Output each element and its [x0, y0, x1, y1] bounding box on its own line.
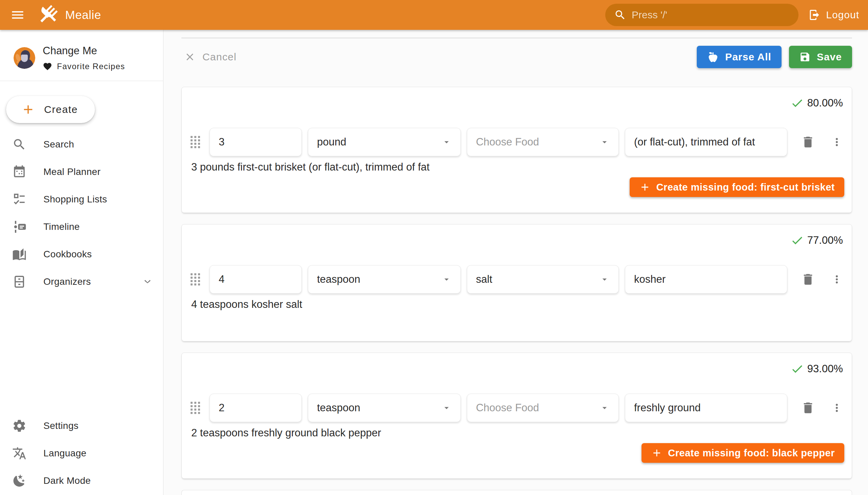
- unit-value: pound: [317, 136, 441, 148]
- drag-handle-icon[interactable]: [190, 273, 201, 286]
- cabinet-icon: [12, 275, 27, 289]
- sidebar-item-settings[interactable]: Settings: [0, 412, 163, 439]
- sidebar-item-timeline[interactable]: Timeline: [0, 213, 163, 240]
- ingredient-card: 77.00% teaspoon salt 4 teaspoons kosher …: [182, 224, 852, 341]
- trash-icon: [801, 135, 815, 149]
- sidebar: Change Me Favorite Recipes Create Search…: [0, 30, 164, 495]
- create-missing-food-button[interactable]: Create missing food: first-cut brisket: [630, 177, 844, 197]
- ingredient-fields-row: pound Choose Food: [188, 128, 844, 156]
- plus-icon: [21, 102, 35, 117]
- confidence-check-icon: [790, 234, 804, 247]
- search-input[interactable]: [632, 9, 790, 21]
- kebab-menu-icon: [831, 136, 843, 148]
- save-button[interactable]: Save: [789, 46, 852, 68]
- parse-all-button[interactable]: Parse All: [697, 46, 782, 68]
- app-title: Mealie: [65, 8, 101, 22]
- trash-icon: [801, 401, 815, 415]
- food-select[interactable]: Choose Food: [467, 128, 619, 156]
- sidebar-item-dark-mode[interactable]: Dark Mode: [0, 467, 163, 494]
- drag-handle-icon[interactable]: [190, 402, 201, 414]
- avatar: [14, 47, 35, 69]
- confidence-percent: 80.00%: [807, 97, 843, 109]
- food-value: Choose Food: [476, 136, 599, 148]
- ingredient-card: 93.00% teaspoon Choose Food 2 teaspoons …: [182, 353, 852, 479]
- unit-value: teaspoon: [317, 273, 441, 286]
- missing-food-label: Create missing food: black pepper: [668, 447, 835, 459]
- create-label: Create: [44, 104, 78, 115]
- confidence-row: 80.00%: [188, 96, 844, 110]
- more-options-button[interactable]: [831, 402, 843, 414]
- unit-select[interactable]: pound: [308, 128, 461, 156]
- timeline-icon: [12, 220, 27, 234]
- sidebar-item-organizers[interactable]: Organizers: [0, 268, 163, 295]
- missing-food-row: Create missing food: first-cut brisket: [188, 177, 844, 197]
- missing-food-label: Create missing food: first-cut brisket: [656, 182, 835, 193]
- ingredient-cards: 80.00% pound Choose Food 3 pounds first-…: [182, 87, 852, 479]
- ingredient-fields-row: teaspoon salt: [188, 265, 844, 294]
- create-button[interactable]: Create: [6, 96, 95, 123]
- logout-icon: [808, 9, 820, 21]
- quantity-input[interactable]: [209, 128, 302, 156]
- calendar-icon: [12, 165, 27, 179]
- sidebar-item-language[interactable]: Language: [0, 439, 163, 467]
- drag-handle-icon[interactable]: [190, 136, 201, 148]
- main-content: Cancel Parse All Save 80.00% pound Choos…: [164, 30, 868, 495]
- chevron-down-icon: [141, 276, 154, 288]
- note-input[interactable]: [625, 128, 787, 156]
- food-value: salt: [476, 273, 599, 286]
- favorite-recipes-link[interactable]: Favorite Recipes: [43, 62, 125, 71]
- favorite-recipes-label: Favorite Recipes: [57, 62, 125, 71]
- logout-label: Logout: [826, 9, 859, 21]
- unit-select[interactable]: teaspoon: [308, 394, 461, 422]
- dropdown-caret-icon: [441, 274, 452, 285]
- delete-ingredient-button[interactable]: [801, 135, 815, 149]
- original-ingredient-text: 2 teaspoons freshly ground black pepper: [191, 427, 844, 439]
- sidebar-item-shopping-lists[interactable]: Shopping Lists: [0, 186, 163, 213]
- original-ingredient-text: 4 teaspoons kosher salt: [191, 298, 844, 310]
- sidebar-item-meal-planner[interactable]: Meal Planner: [0, 158, 163, 186]
- close-icon: [184, 51, 195, 63]
- delete-ingredient-button[interactable]: [801, 401, 815, 415]
- cancel-button[interactable]: Cancel: [182, 51, 239, 63]
- logout-button[interactable]: Logout: [808, 0, 859, 30]
- confidence-check-icon: [790, 96, 804, 110]
- quantity-input[interactable]: [209, 394, 302, 422]
- sidebar-item-search[interactable]: Search: [0, 131, 163, 158]
- user-profile[interactable]: Change Me Favorite Recipes: [0, 30, 163, 81]
- user-name: Change Me: [43, 45, 125, 57]
- sidebar-item-cookbooks[interactable]: Cookbooks: [0, 240, 163, 268]
- dropdown-caret-icon: [441, 403, 452, 413]
- unit-select[interactable]: teaspoon: [308, 265, 461, 294]
- quantity-input[interactable]: [209, 265, 302, 294]
- cancel-label: Cancel: [202, 51, 237, 63]
- missing-food-row: Create missing food: black pepper: [188, 443, 844, 463]
- ingredient-card: 80.00% pound Choose Food 3 pounds first-…: [182, 87, 852, 213]
- create-missing-food-button[interactable]: Create missing food: black pepper: [642, 443, 844, 463]
- more-options-button[interactable]: [831, 273, 843, 286]
- top-app-bar: Mealie Logout: [0, 0, 868, 30]
- dropdown-caret-icon: [599, 274, 610, 285]
- menu-icon[interactable]: [7, 5, 28, 25]
- parser-action-bar: Cancel Parse All Save: [182, 38, 852, 75]
- heart-icon: [43, 62, 52, 71]
- mealie-logo-icon[interactable]: [37, 4, 59, 26]
- note-input[interactable]: [625, 394, 787, 422]
- confidence-row: 77.00%: [188, 233, 844, 248]
- search-icon: [614, 9, 626, 21]
- food-select[interactable]: Choose Food: [467, 394, 619, 422]
- magnify-icon: [12, 137, 27, 152]
- dropdown-caret-icon: [441, 137, 452, 147]
- parse-all-label: Parse All: [725, 51, 771, 63]
- food-select[interactable]: salt: [467, 265, 619, 294]
- sidebar-nav: Search Meal Planner Shopping Lists Timel…: [0, 131, 163, 295]
- note-input[interactable]: [625, 265, 787, 294]
- more-options-button[interactable]: [831, 136, 843, 148]
- global-search[interactable]: [605, 4, 799, 26]
- translate-icon: [12, 446, 27, 460]
- gear-icon: [12, 419, 27, 433]
- ingredient-fields-row: teaspoon Choose Food: [188, 394, 844, 422]
- save-label: Save: [817, 51, 842, 63]
- sidebar-divider: [0, 81, 163, 81]
- delete-ingredient-button[interactable]: [801, 272, 815, 287]
- confidence-percent: 77.00%: [807, 234, 843, 246]
